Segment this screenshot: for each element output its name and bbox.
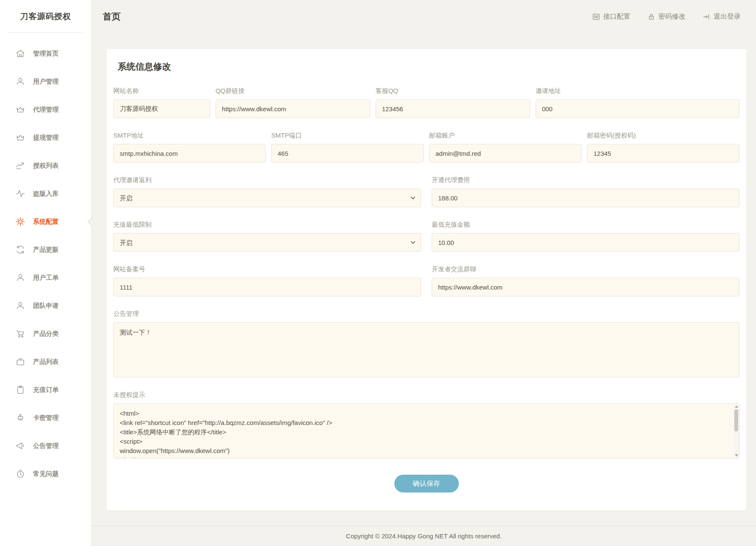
smtp-port-label: SMTP端口	[271, 132, 424, 140]
brush-icon	[15, 413, 25, 423]
smtp-host-input[interactable]	[113, 144, 266, 163]
topbar: 首页 接口配置 密码修改	[92, 0, 756, 33]
form-row-agent: 代理邀请返利 开启 开通代理费用	[113, 176, 739, 207]
main-area: 首页 接口配置 密码修改	[92, 0, 756, 546]
qq-group-link-input[interactable]	[216, 99, 370, 118]
dev-chat-group-label: 开发者交流群聊	[432, 265, 739, 273]
announcement-textarea[interactable]: 测试一下！	[113, 322, 739, 377]
unauthorized-tip-textarea[interactable]: <html> <link rel="shortcut icon" href="h…	[113, 403, 739, 459]
topbar-actions: 接口配置 密码修改 退出登录	[592, 12, 741, 21]
invite-address-input[interactable]	[536, 99, 739, 118]
sidebar-item-agent-management[interactable]: 代理管理	[0, 96, 91, 124]
megaphone-icon	[15, 441, 25, 451]
agent-fee-input[interactable]	[432, 189, 739, 207]
logout-icon	[703, 13, 711, 21]
email-password-label: 邮箱密码(授权码)	[587, 132, 739, 140]
smtp-port-input[interactable]	[271, 144, 424, 163]
textarea-scrollbar[interactable]	[734, 404, 739, 458]
save-button[interactable]: 确认保存	[394, 475, 459, 493]
card-title: 系统信息修改	[113, 57, 739, 73]
dev-chat-group-input[interactable]	[432, 278, 739, 296]
sidebar-item-label: 产品更新	[33, 246, 59, 254]
sidebar-item-label: 用户工单	[33, 274, 59, 282]
sidebar-item-product-category[interactable]: 产品分类	[0, 320, 91, 348]
icp-number-input[interactable]	[113, 278, 421, 296]
home-icon	[15, 48, 25, 59]
sidebar-item-label: 充值订单	[33, 386, 59, 394]
sidebar-item-faq[interactable]: 常见问题	[0, 460, 91, 488]
api-config-button[interactable]: 接口配置	[592, 12, 630, 21]
email-account-input[interactable]	[429, 144, 582, 163]
sidebar-item-product-update[interactable]: 产品更新	[0, 236, 91, 264]
smtp-host-label: SMTP地址	[113, 132, 266, 140]
sidebar-item-product-list[interactable]: 产品列表	[0, 348, 91, 376]
sidebar-item-label: 产品列表	[33, 358, 59, 366]
scroll-down-arrow-icon[interactable]	[735, 454, 738, 456]
sidebar-item-label: 产品分类	[33, 330, 59, 338]
site-name-input[interactable]	[113, 99, 210, 118]
form-row-icp: 网站备案号 开发者交流群聊	[113, 265, 739, 296]
email-password-group: 邮箱密码(授权码)	[587, 132, 739, 163]
announcement-group: 公告管理 测试一下！	[113, 310, 739, 377]
form-row-smtp: SMTP地址 SMTP端口 邮箱账户 邮箱密码(授权码)	[113, 132, 739, 163]
sidebar-item-label: 用户管理	[33, 78, 59, 86]
email-password-input[interactable]	[587, 144, 739, 163]
recharge-limit-select[interactable]: 开启	[113, 233, 421, 252]
announcement-label: 公告管理	[113, 310, 739, 318]
form-row-site: 网站名称 QQ群链接 客服QQ 邀请地址	[113, 87, 739, 118]
agent-rebate-label: 代理邀请返利	[113, 176, 421, 184]
app-logo: 刀客源码授权	[0, 0, 91, 32]
recharge-limit-label: 充值最低限制	[113, 221, 421, 229]
logout-button[interactable]: 退出登录	[703, 12, 741, 21]
sidebar-item-user-tickets[interactable]: 用户工单	[0, 264, 91, 292]
sidebar-menu: 管理首页 用户管理 代理管理 提现管理	[0, 33, 91, 488]
qq-group-link-group: QQ群链接	[216, 87, 370, 118]
sidebar: 刀客源码授权 管理首页 用户管理 代理管理	[0, 0, 92, 546]
content-area: 系统信息修改 网站名称 QQ群链接 客服QQ	[92, 33, 756, 526]
copyright-text: Copyright © 2024.Happy Gong NET All righ…	[346, 532, 502, 540]
service-qq-input[interactable]	[376, 99, 530, 118]
sidebar-item-admin-home[interactable]: 管理首页	[0, 39, 91, 68]
sidebar-item-label: 提现管理	[33, 134, 59, 142]
form-row-unauthorized: 未授权提示 <html> <link rel="shortcut icon" h…	[113, 391, 739, 459]
change-password-button[interactable]: 密码修改	[647, 12, 686, 21]
sidebar-item-system-config[interactable]: 系统配置	[0, 208, 91, 236]
form-row-recharge: 充值最低限制 开启 最低充值金额	[113, 221, 739, 252]
system-info-card: 系统信息修改 网站名称 QQ群链接 客服QQ	[106, 48, 747, 511]
app-window: 刀客源码授权 管理首页 用户管理 代理管理	[0, 0, 756, 546]
scroll-up-arrow-icon[interactable]	[735, 405, 738, 408]
crown-icon	[15, 132, 25, 143]
sidebar-item-label: 管理首页	[33, 50, 59, 58]
refresh-icon	[15, 245, 25, 255]
sidebar-item-label: 授权列表	[33, 162, 59, 170]
email-account-label: 邮箱账户	[429, 132, 582, 140]
scrollbar-thumb[interactable]	[734, 409, 738, 431]
invite-address-label: 邀请地址	[536, 87, 739, 95]
footer: Copyright © 2024.Happy Gong NET All righ…	[92, 526, 756, 546]
change-password-label: 密码修改	[658, 12, 686, 21]
logout-label: 退出登录	[714, 12, 741, 21]
sidebar-item-user-management[interactable]: 用户管理	[0, 68, 91, 96]
api-config-icon	[592, 13, 600, 21]
lock-icon	[647, 13, 655, 21]
sidebar-item-recharge-orders[interactable]: 充值订单	[0, 376, 91, 404]
clipboard-icon	[15, 385, 25, 395]
sidebar-item-withdraw-management[interactable]: 提现管理	[0, 124, 91, 152]
sidebar-item-announcement-management[interactable]: 公告管理	[0, 432, 91, 460]
sidebar-item-team-application[interactable]: 团队申请	[0, 292, 91, 320]
sidebar-item-license-list[interactable]: 授权列表	[0, 152, 91, 180]
unauthorized-tip-label: 未授权提示	[113, 391, 739, 399]
sidebar-item-label: 系统配置	[33, 218, 59, 226]
sidebar-item-piracy-intake[interactable]: 盗版入库	[0, 180, 91, 208]
agent-rebate-select[interactable]: 开启	[113, 189, 421, 207]
service-qq-label: 客服QQ	[376, 87, 530, 95]
sidebar-item-card-key-management[interactable]: 卡密管理	[0, 404, 91, 432]
form-row-announcement: 公告管理 测试一下！	[113, 310, 739, 377]
user-icon	[15, 301, 25, 311]
cart-icon	[15, 329, 25, 339]
briefcase-icon	[15, 357, 25, 367]
min-recharge-input[interactable]	[432, 233, 739, 252]
email-account-group: 邮箱账户	[429, 132, 582, 163]
gear-icon	[15, 217, 25, 227]
icp-number-group: 网站备案号	[113, 265, 421, 296]
